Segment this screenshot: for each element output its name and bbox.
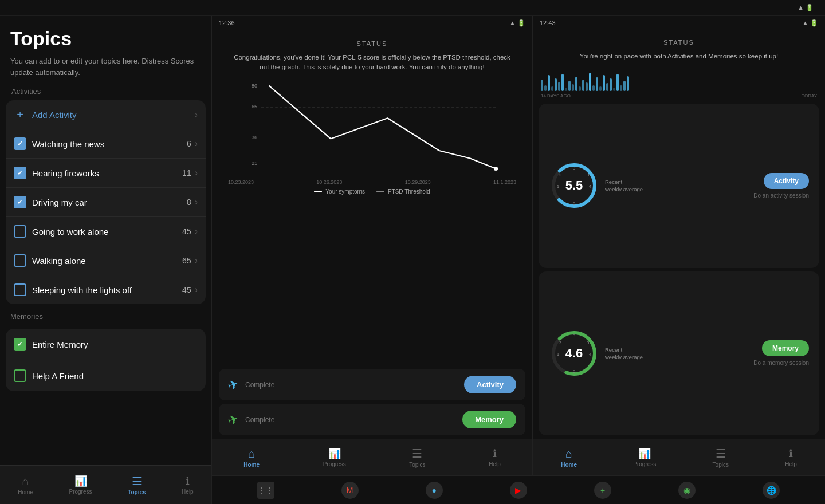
driving-label: Driving my car — [32, 198, 187, 207]
help-checkbox[interactable] — [14, 369, 26, 382]
activity-item-driving[interactable]: ✓ Driving my car 8 › — [6, 188, 206, 217]
going-chevron: › — [195, 226, 198, 237]
right-signal: ▲ 🔋 — [802, 19, 818, 27]
legend-symptoms: Your symptoms — [325, 188, 365, 195]
svg-text:3: 3 — [573, 333, 576, 338]
mid-nav-help[interactable]: ℹ Help — [481, 444, 509, 471]
android-youtube-icon[interactable]: ▶ — [510, 482, 527, 499]
chart-x-label-2: 10.26.2023 — [316, 179, 342, 185]
right-nav-progress[interactable]: 📊 Progress — [625, 444, 664, 471]
memory-score-value: 4.6 — [565, 347, 583, 360]
sleeping-checkbox[interactable] — [14, 284, 26, 296]
right-status-section: STATUS You're right on pace with both Ac… — [533, 30, 825, 67]
svg-text:2: 2 — [559, 340, 562, 345]
status-chart: 80 65 36 21 — [221, 78, 523, 182]
right-nav-help[interactable]: ℹ Help — [777, 444, 805, 471]
right-progress-label: Progress — [633, 461, 656, 467]
svg-text:6: 6 — [573, 369, 576, 374]
activity-item-walking[interactable]: Walking alone 65 › — [6, 246, 206, 275]
mid-nav-home[interactable]: ⌂ Home — [235, 444, 268, 471]
svg-text:0: 0 — [587, 340, 590, 345]
mid-help-icon: ℹ — [493, 447, 497, 460]
activity-item-hearing[interactable]: ✓ Hearing fireworks 11 › — [6, 159, 206, 188]
activity-action-button[interactable]: Activity — [464, 376, 516, 393]
entire-checkbox[interactable]: ✓ — [14, 338, 26, 351]
memory-plane-icon: ✈ — [226, 411, 241, 428]
activity-item-watching[interactable]: ✓ Watching the news 6 › — [6, 129, 206, 159]
mid-nav-progress[interactable]: 📊 Progress — [315, 444, 354, 471]
right-nav-topics[interactable]: ☰ Topics — [705, 443, 737, 471]
walking-score: 65 — [182, 256, 191, 265]
android-browser-icon[interactable]: 🌐 — [763, 482, 780, 499]
driving-checkbox[interactable]: ✓ — [14, 196, 26, 208]
watching-label: Watching the news — [32, 139, 187, 149]
watching-chevron: › — [195, 139, 198, 149]
svg-text:2: 2 — [559, 172, 562, 178]
memory-action-button[interactable]: Memory — [462, 411, 516, 428]
right-topics-icon: ☰ — [716, 447, 726, 460]
right-nav-home[interactable]: ⌂ Home — [553, 444, 585, 471]
walking-checkbox[interactable] — [14, 254, 26, 267]
mid-topics-label: Topics — [409, 462, 425, 468]
left-nav-help[interactable]: ℹ Help — [175, 471, 201, 498]
android-plus-icon[interactable]: + — [594, 482, 611, 499]
activity-item-sleeping[interactable]: Sleeping with the lights off 45 › — [6, 275, 206, 304]
memory-item-help[interactable]: Help A Friend — [6, 360, 206, 391]
sleeping-label: Sleeping with the lights off — [32, 285, 182, 295]
android-bottom-bar: ⋮⋮ M ● ▶ + ◉ 🌐 — [212, 475, 825, 504]
left-nav-topics[interactable]: ☰ Topics — [121, 471, 152, 499]
svg-text:1: 1 — [557, 352, 560, 357]
activity-score-widget: 3 4 6 1 2 0 5.5 — [539, 104, 819, 267]
activities-list: + Add Activity › ✓ Watching the news 6 › — [6, 100, 206, 304]
activity-score-value: 5.5 — [565, 179, 583, 192]
left-nav-home[interactable]: ⌂ Home — [11, 471, 40, 499]
middle-time: 12:36 — [219, 19, 235, 26]
right-home-icon: ⌂ — [565, 447, 572, 460]
chart-x-label-4: 11.1.2023 — [493, 179, 516, 185]
left-help-label: Help — [182, 489, 194, 495]
right-top-bar: 12:43 ▲ 🔋 — [533, 16, 825, 30]
add-activity-item[interactable]: + Add Activity › — [6, 100, 206, 129]
action-cards: ✈ Complete Activity ✈ Complete Memory — [212, 365, 532, 439]
add-activity-chevron: › — [195, 110, 198, 119]
svg-text:36: 36 — [252, 135, 257, 140]
android-chrome-icon[interactable]: ● — [426, 482, 443, 499]
activity-score-label: Recent weekly average — [605, 178, 645, 194]
timeline-end-label: TODAY — [802, 93, 817, 99]
mid-nav-topics[interactable]: ☰ Topics — [401, 443, 433, 471]
sleeping-score: 45 — [182, 285, 191, 294]
memory-complete-label: Complete — [245, 416, 274, 424]
android-apps-icon[interactable]: ⋮⋮ — [257, 482, 274, 499]
middle-bottom-nav: ⌂ Home 📊 Progress ☰ Topics ℹ — [212, 439, 532, 475]
memory-action-card: ✈ Complete Memory — [219, 404, 525, 435]
score-widgets: 3 4 6 1 2 0 5.5 — [533, 100, 825, 439]
left-progress-icon: 📊 — [74, 475, 87, 487]
topics-title: Topics — [10, 27, 201, 50]
watching-score: 6 — [187, 139, 191, 148]
watching-checkbox[interactable]: ✓ — [14, 137, 26, 150]
going-score: 45 — [182, 227, 191, 236]
going-checkbox[interactable] — [14, 225, 26, 238]
chart-legend: Your symptoms PTSD Threshold — [221, 188, 523, 195]
mid-help-label: Help — [489, 461, 501, 467]
add-activity-label: Add Activity — [32, 110, 195, 120]
svg-text:21: 21 — [252, 160, 257, 166]
walking-label: Walking alone — [32, 256, 182, 266]
android-maps-icon[interactable]: ◉ — [678, 482, 696, 499]
right-time: 12:43 — [540, 19, 556, 26]
activity-dial: 3 4 6 1 2 0 5.5 — [549, 160, 599, 211]
memory-item-entire[interactable]: ✓ Entire Memory — [6, 329, 206, 360]
activity-score-button[interactable]: Activity — [764, 173, 809, 189]
left-nav-progress[interactable]: 📊 Progress — [62, 471, 99, 498]
driving-score: 8 — [187, 198, 191, 207]
left-home-icon: ⌂ — [22, 475, 29, 488]
right-status-message: You're right on pace with both Activitie… — [550, 52, 808, 61]
svg-text:1: 1 — [557, 184, 560, 189]
global-status-icons: ▲ 🔋 — [798, 4, 814, 11]
right-topics-label: Topics — [713, 462, 729, 468]
hearing-checkbox[interactable]: ✓ — [14, 167, 26, 179]
memory-score-button[interactable]: Memory — [762, 340, 809, 356]
activity-item-going[interactable]: Going to work alone 45 › — [6, 217, 206, 246]
memory-score-widget: 3 4 6 1 2 0 4.6 — [539, 271, 819, 435]
android-gmail-icon[interactable]: M — [341, 482, 359, 499]
